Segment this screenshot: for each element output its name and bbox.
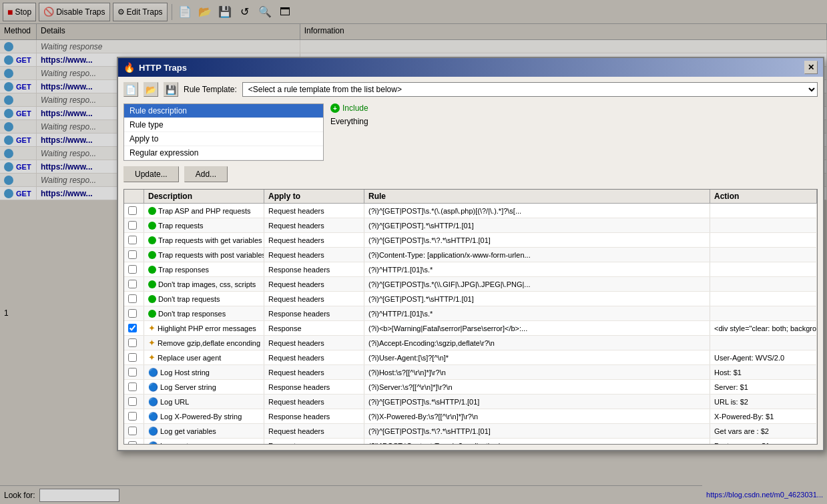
traps-cell-checkbox: [124, 336, 144, 350]
green-dot-icon: [148, 310, 156, 318]
header-rule: Rule: [364, 190, 710, 203]
update-button[interactable]: Update...: [123, 166, 179, 182]
traps-cell-desc: Don't trap requests: [144, 292, 264, 306]
trap-checkbox[interactable]: [128, 250, 137, 259]
traps-cell-apply: Response headers: [264, 409, 364, 423]
trap-checkbox[interactable]: [128, 368, 137, 376]
traps-cell-checkbox: [124, 218, 144, 232]
traps-cell-action: Get vars are : $2: [710, 424, 817, 438]
new-template-button[interactable]: 📄: [123, 82, 138, 97]
traps-cell-checkbox: [124, 277, 144, 291]
trap-checkbox[interactable]: [128, 338, 137, 347]
form-item-apply-to[interactable]: Apply to: [124, 132, 323, 146]
form-fields-list: Rule description Rule type Apply to Regu…: [123, 103, 324, 161]
modal-title-text: HTTP Traps: [139, 63, 187, 73]
traps-cell-action: <div style="clear: both; background-c...: [710, 321, 817, 335]
form-item-rule-type[interactable]: Rule type: [124, 118, 323, 132]
modal-close-button[interactable]: ✕: [804, 61, 818, 74]
add-button[interactable]: Add...: [184, 166, 228, 182]
save-template-button[interactable]: 💾: [164, 82, 178, 97]
traps-cell-apply: Request headers: [264, 424, 364, 438]
traps-cell-action: Host: $1: [710, 365, 817, 379]
traps-cell-checkbox: [124, 365, 144, 379]
traps-row: ✦ Remove gzip,deflate enconding Request …: [124, 336, 817, 350]
traps-cell-desc: 🔵 Log URL: [144, 395, 264, 409]
traps-cell-action: Post vars are: $1: [710, 439, 817, 444]
trap-checkbox[interactable]: [128, 324, 137, 332]
trap-checkbox[interactable]: [128, 397, 137, 406]
trap-checkbox[interactable]: [128, 412, 137, 421]
traps-row: Trap responses Response headers (?i)^HTT…: [124, 262, 817, 277]
traps-row: 🔵 Log X-Powered-By string Response heade…: [124, 409, 817, 424]
traps-cell-rule: (?i)^[GET|POST]\s.*\sHTTP/1.[01]: [364, 395, 710, 409]
traps-row: Don't trap images, css, scripts Request …: [124, 277, 817, 292]
traps-cell-action: X-Powered-By: $1: [710, 409, 817, 423]
person-icon: 🔵: [148, 441, 158, 445]
traps-cell-desc: ✦ Highlight PHP error messages: [144, 321, 264, 335]
form-item-rule-description[interactable]: Rule description: [124, 104, 323, 118]
traps-cell-apply: Request headers: [264, 277, 364, 291]
trap-checkbox[interactable]: [128, 236, 137, 244]
traps-row: Trap requests Request headers (?i)^[GET|…: [124, 218, 817, 233]
buttons-row: Update... Add...: [123, 166, 818, 182]
traps-cell-rule: (?i)^[GET|POST]\s.*\?.*\sHTTP/1.[01]: [364, 233, 710, 247]
modal-titlebar: 🔥 HTTP Traps ✕: [118, 58, 823, 77]
trap-checkbox[interactable]: [128, 206, 137, 215]
trap-checkbox[interactable]: [128, 280, 137, 288]
trap-checkbox[interactable]: [128, 294, 137, 303]
star-icon: ✦: [148, 352, 156, 362]
modal-overlay: 🔥 HTTP Traps ✕ 📄 📂 💾 Rule Template: <Sel…: [0, 0, 827, 504]
traps-cell-action: [710, 277, 817, 291]
traps-cell-apply: Request headers: [264, 248, 364, 262]
green-dot-icon: [148, 251, 156, 259]
trap-checkbox[interactable]: [128, 427, 137, 435]
traps-cell-desc: 🔵 Log Server string: [144, 380, 264, 394]
traps-cell-apply: Response headers: [264, 262, 364, 276]
person-icon: 🔵: [148, 427, 158, 436]
traps-cell-apply: Request headers: [264, 218, 364, 232]
trap-checkbox[interactable]: [128, 221, 137, 230]
modal-title: 🔥 HTTP Traps: [123, 62, 187, 73]
include-icon: +: [330, 103, 340, 113]
trap-checkbox[interactable]: [128, 383, 137, 391]
traps-cell-rule: (?i)^[GET|POST].*\sHTTP/1.[01]: [364, 218, 710, 232]
traps-cell-action: [710, 306, 817, 320]
traps-icon: 🔥: [123, 62, 135, 73]
header-description: Description: [144, 190, 264, 203]
traps-cell-action: User-Agent: WVS/2.0: [710, 350, 817, 364]
traps-cell-checkbox: [124, 439, 144, 444]
traps-cell-rule: (?i)^[GET|POST].*\sHTTP/1.[01]: [364, 292, 710, 306]
include-row: + Include: [330, 103, 818, 113]
trap-checkbox[interactable]: [128, 353, 137, 362]
traps-row: Trap ASP and PHP requests Request header…: [124, 204, 817, 218]
traps-cell-desc: ✦ Replace user agent: [144, 350, 264, 364]
trap-checkbox[interactable]: [128, 441, 137, 444]
traps-cell-apply: Request headers: [264, 336, 364, 350]
person-icon: 🔵: [148, 397, 158, 407]
traps-cell-checkbox: [124, 262, 144, 276]
traps-cell-checkbox: [124, 233, 144, 247]
traps-cell-checkbox: [124, 204, 144, 218]
traps-cell-action: Server: $1: [710, 380, 817, 394]
traps-cell-checkbox: [124, 380, 144, 394]
form-item-regular-expression[interactable]: Regular expression: [124, 146, 323, 160]
traps-row: Don't trap requests Request headers (?i)…: [124, 292, 817, 306]
green-dot-icon: [148, 266, 156, 274]
include-button[interactable]: + Include: [330, 103, 368, 113]
rule-template-select[interactable]: <Select a rule template from the list be…: [242, 82, 818, 97]
open-template-button[interactable]: 📂: [144, 82, 158, 97]
traps-cell-apply: Request headers: [264, 233, 364, 247]
traps-row: ✦ Replace user agent Request headers (?i…: [124, 350, 817, 365]
star-icon: ✦: [148, 323, 156, 333]
trap-checkbox[interactable]: [128, 265, 137, 274]
traps-cell-action: [710, 218, 817, 232]
trap-checkbox[interactable]: [128, 309, 137, 318]
traps-cell-rule: (?i)Content-Type: [application/x-www-for…: [364, 248, 710, 262]
traps-cell-checkbox: [124, 424, 144, 438]
traps-cell-apply: Request headers: [264, 395, 364, 409]
traps-cell-rule: (?i)^POST.*Content-Type:\s?application/x…: [364, 439, 710, 444]
green-dot-icon: [148, 236, 156, 244]
traps-table: Description Apply to Rule Action: [123, 189, 818, 445]
http-traps-modal: 🔥 HTTP Traps ✕ 📄 📂 💾 Rule Template: <Sel…: [117, 57, 824, 451]
person-icon: 🔵: [148, 368, 158, 377]
